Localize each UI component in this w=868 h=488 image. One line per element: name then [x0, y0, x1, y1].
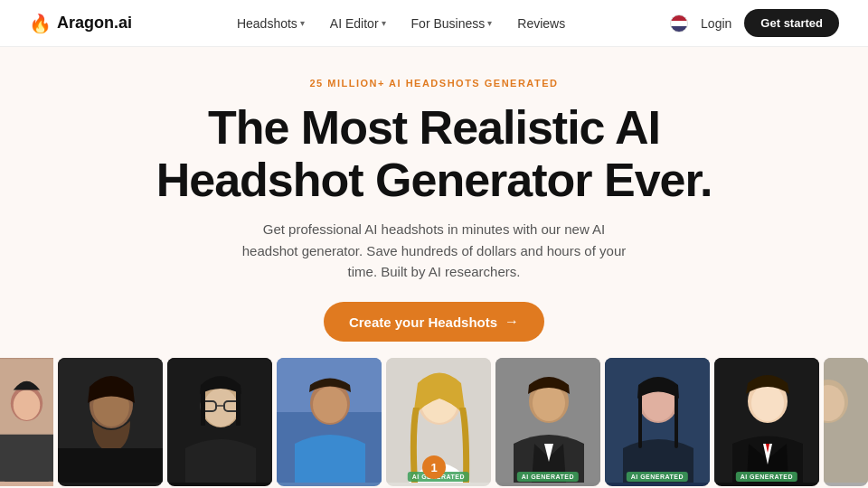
- chevron-down-icon: ▾: [382, 18, 386, 28]
- svg-rect-7: [58, 448, 163, 483]
- ai-generated-badge-7: AI GENERATED: [627, 472, 688, 482]
- get-started-button[interactable]: Get started: [744, 9, 839, 37]
- nav-links: Headshots ▾ AI Editor ▾ For Business ▾ R…: [237, 16, 565, 31]
- svg-rect-3: [0, 435, 53, 482]
- photo-card-9: [824, 358, 868, 486]
- nav-item-for-business[interactable]: For Business ▾: [411, 16, 493, 31]
- svg-point-2: [14, 390, 40, 420]
- chevron-down-icon: ▾: [300, 18, 305, 28]
- svg-point-33: [751, 385, 784, 421]
- chevron-down-icon: ▾: [487, 18, 492, 28]
- svg-rect-15: [236, 385, 241, 426]
- navigation: 🔥 Aragon.ai Headshots ▾ AI Editor ▾ For …: [0, 0, 868, 47]
- svg-point-25: [533, 385, 565, 421]
- photo-card-8: AI GENERATED: [714, 358, 819, 486]
- hero-headline: The Most Realistic AI Headshot Generator…: [0, 101, 868, 206]
- cta-label: Create your Headshots: [349, 314, 497, 330]
- logo[interactable]: 🔥 Aragon.ai: [29, 13, 132, 34]
- cta-button[interactable]: Create your Headshots →: [324, 302, 544, 342]
- photo-card-4: [277, 358, 382, 486]
- photo-card-1: [0, 358, 53, 486]
- badge: 25 MILLION+ AI HEADSHOTS GENERATED: [310, 78, 559, 89]
- nav-right: Login Get started: [670, 9, 839, 37]
- nav-item-ai-editor[interactable]: AI Editor ▾: [330, 16, 386, 31]
- svg-rect-30: [675, 385, 678, 448]
- svg-rect-29: [638, 385, 642, 448]
- ai-generated-badge-6: AI GENERATED: [517, 472, 579, 482]
- hero-description: Get professional AI headshots in minutes…: [235, 219, 633, 282]
- language-selector[interactable]: [670, 14, 688, 33]
- flame-icon: 🔥: [29, 13, 52, 34]
- page-indicator[interactable]: 1: [422, 455, 446, 479]
- photo-card-7: AI GENERATED: [605, 358, 710, 486]
- nav-item-reviews[interactable]: Reviews: [517, 16, 565, 31]
- arrow-icon: →: [505, 314, 519, 330]
- login-button[interactable]: Login: [701, 16, 731, 31]
- photo-card-2: [58, 358, 163, 486]
- flag-icon: [670, 14, 688, 33]
- nav-item-headshots[interactable]: Headshots ▾: [237, 16, 305, 31]
- hero-section: 25 MILLION+ AI HEADSHOTS GENERATED The M…: [0, 47, 868, 342]
- photo-card-6: AI GENERATED: [495, 358, 600, 486]
- ai-generated-badge-8: AI GENERATED: [736, 472, 797, 482]
- svg-point-19: [313, 387, 347, 423]
- svg-rect-14: [201, 385, 205, 426]
- photo-card-3: [167, 358, 272, 486]
- logo-text: Aragon.ai: [57, 14, 132, 33]
- svg-point-10: [203, 389, 238, 427]
